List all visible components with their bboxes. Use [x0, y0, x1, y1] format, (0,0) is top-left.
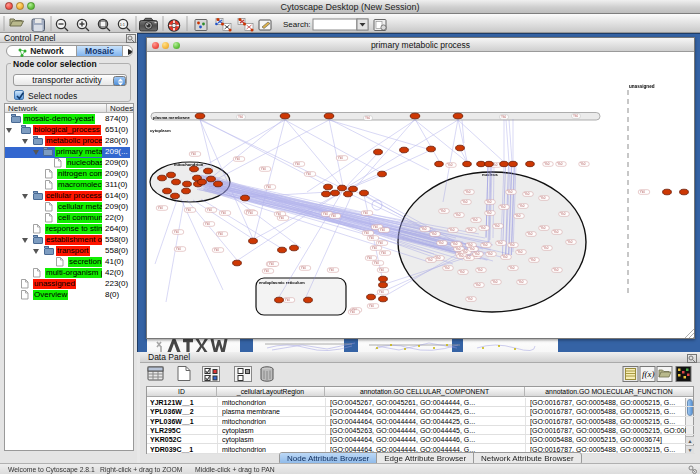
svg-text:Yk0: Yk0	[174, 230, 180, 234]
svg-text:Yk0: Yk0	[544, 162, 550, 166]
svg-text:Yk0: Yk0	[474, 252, 480, 256]
svg-text:Yk0: Yk0	[543, 246, 549, 250]
svg-text:Yk0: Yk0	[369, 236, 375, 240]
svg-text:Yk0: Yk0	[509, 266, 515, 270]
svg-text:Yk0: Yk0	[369, 304, 375, 308]
svg-text:Yk0: Yk0	[519, 204, 525, 208]
svg-text:Yk0: Yk0	[486, 200, 492, 204]
svg-text:Yk0: Yk0	[455, 213, 461, 217]
svg-text:Yk0: Yk0	[487, 252, 493, 256]
svg-text:Yk0: Yk0	[365, 116, 371, 120]
svg-text:nucleus: nucleus	[482, 172, 498, 177]
svg-text:Yk0: Yk0	[266, 185, 272, 189]
svg-text:Yk0: Yk0	[527, 232, 533, 236]
svg-text:Yk0: Yk0	[329, 268, 335, 272]
svg-text:Yk0: Yk0	[465, 256, 471, 260]
svg-text:Yk0: Yk0	[306, 172, 312, 176]
svg-text:Yk0: Yk0	[214, 248, 220, 252]
svg-text:Yk0: Yk0	[465, 190, 471, 194]
svg-text:Yk0: Yk0	[279, 216, 285, 220]
svg-text:Yk0: Yk0	[573, 114, 579, 118]
svg-text:Yk0: Yk0	[176, 247, 182, 251]
svg-text:Yk0: Yk0	[497, 241, 503, 245]
svg-text:Yk0: Yk0	[301, 266, 307, 270]
svg-text:Yk0: Yk0	[218, 232, 224, 236]
svg-text:Yk0: Yk0	[494, 224, 500, 228]
svg-text:Yk0: Yk0	[269, 262, 275, 266]
svg-text:Yk0: Yk0	[431, 232, 437, 236]
svg-text:Yk0: Yk0	[515, 214, 521, 218]
svg-text:Yk0: Yk0	[264, 269, 270, 273]
svg-text:Yk0: Yk0	[459, 270, 465, 274]
svg-text:Yk0: Yk0	[517, 250, 523, 254]
svg-text:Yk0: Yk0	[467, 228, 473, 232]
svg-text:Yk0: Yk0	[427, 258, 433, 262]
svg-text:Yk0: Yk0	[480, 226, 486, 230]
svg-text:Yk0: Yk0	[540, 226, 546, 230]
svg-text:Yk0: Yk0	[467, 297, 473, 301]
svg-text:Yk0: Yk0	[367, 256, 373, 260]
svg-text:Yk0: Yk0	[492, 280, 498, 284]
svg-text:Yk0: Yk0	[486, 211, 492, 215]
svg-text:Yk0: Yk0	[373, 225, 379, 229]
svg-text:Yk0: Yk0	[331, 214, 337, 218]
svg-text:Yk0: Yk0	[518, 280, 524, 284]
svg-text:Yk0: Yk0	[557, 162, 563, 166]
svg-text:Yk0: Yk0	[372, 246, 378, 250]
svg-text:Yk0: Yk0	[158, 206, 164, 210]
svg-text:Yk0: Yk0	[379, 290, 385, 294]
svg-text:Yk0: Yk0	[475, 283, 481, 287]
svg-text:Yk0: Yk0	[501, 115, 507, 119]
svg-text:Yk0: Yk0	[640, 190, 646, 194]
svg-text:Yk0: Yk0	[363, 211, 369, 215]
svg-text:Yk0: Yk0	[530, 258, 536, 262]
svg-text:Yk0: Yk0	[378, 241, 384, 245]
svg-text:Yk0: Yk0	[207, 208, 213, 212]
svg-text:Yk0: Yk0	[350, 310, 356, 314]
svg-text:Yk0: Yk0	[502, 255, 508, 259]
svg-text:Yk0: Yk0	[553, 230, 559, 234]
svg-text:Yk0: Yk0	[186, 208, 192, 212]
svg-text:Yk0: Yk0	[248, 211, 254, 215]
svg-text:Yk0: Yk0	[221, 211, 227, 215]
svg-text:Yk0: Yk0	[364, 231, 370, 235]
svg-text:Yk0: Yk0	[379, 268, 385, 272]
svg-text:f(x): f(x)	[642, 369, 655, 379]
svg-text:mitochondrion: mitochondrion	[174, 162, 204, 167]
svg-text:Yk0: Yk0	[567, 240, 573, 244]
svg-text:Yk0: Yk0	[553, 268, 559, 272]
svg-text:Yk0: Yk0	[338, 156, 344, 160]
svg-text:unassigned: unassigned	[629, 84, 655, 89]
svg-text:Yk0: Yk0	[421, 227, 427, 231]
svg-text:plasma membrane: plasma membrane	[153, 115, 190, 120]
svg-text:Yk0: Yk0	[509, 243, 515, 247]
svg-text:Yk0: Yk0	[374, 261, 380, 265]
svg-text:Yk0: Yk0	[449, 228, 455, 232]
svg-text:Yk0: Yk0	[191, 152, 197, 156]
svg-text:Yk0: Yk0	[444, 266, 450, 270]
svg-text:endoplasmic reticulum: endoplasmic reticulum	[259, 280, 305, 285]
svg-text:Yk0: Yk0	[469, 247, 475, 251]
svg-text:Yk0: Yk0	[295, 162, 301, 166]
svg-text:Yk0: Yk0	[380, 228, 386, 232]
svg-text:Yk0: Yk0	[560, 212, 566, 216]
svg-text:Yk0: Yk0	[458, 254, 464, 258]
svg-text:Yk0: Yk0	[500, 205, 506, 209]
svg-text:Yk0: Yk0	[323, 212, 329, 216]
svg-text:Yk0: Yk0	[482, 243, 488, 247]
svg-text:Yk0: Yk0	[580, 162, 586, 166]
svg-text:Yk0: Yk0	[452, 242, 458, 246]
svg-text:Yk0: Yk0	[285, 298, 291, 302]
svg-text:Yk0: Yk0	[540, 196, 546, 200]
svg-text:1:1: 1:1	[120, 23, 125, 27]
svg-text:Yk0: Yk0	[235, 157, 241, 161]
svg-text:Yk0: Yk0	[440, 209, 446, 213]
svg-text:Yk0: Yk0	[238, 115, 244, 119]
svg-text:Yk0: Yk0	[447, 163, 453, 167]
svg-text:Yk0: Yk0	[381, 251, 387, 255]
svg-text:Search:: Search:	[283, 20, 311, 29]
svg-text:Yk0: Yk0	[261, 167, 267, 171]
svg-text:Yk0: Yk0	[438, 241, 444, 245]
svg-text:Yk0: Yk0	[524, 192, 530, 196]
svg-text:Yk0: Yk0	[507, 190, 513, 194]
